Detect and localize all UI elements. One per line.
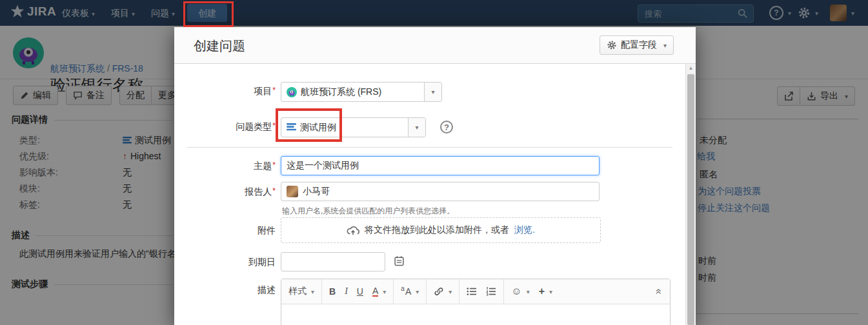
editor-font-size-button[interactable]: aA ▾ bbox=[396, 282, 423, 300]
editor-bold-button[interactable]: B bbox=[325, 282, 340, 300]
project-avatar-small bbox=[287, 87, 297, 97]
scrollbar-thumb[interactable] bbox=[687, 74, 694, 325]
editor-insert-more-button[interactable]: + ▾ bbox=[534, 282, 557, 300]
test-case-type-icon bbox=[287, 123, 296, 132]
project-field-label: 项目* bbox=[177, 86, 276, 97]
summary-input[interactable] bbox=[281, 156, 600, 175]
upload-cloud-icon bbox=[347, 224, 359, 237]
project-select[interactable]: 航班预订系统 (FRS) ▾ bbox=[281, 82, 442, 102]
reporter-field-label: 报告人* bbox=[177, 186, 276, 198]
chevron-down-icon: ▾ bbox=[383, 288, 386, 295]
chevron-down-icon: ▾ bbox=[416, 288, 419, 295]
dialog-title: 创建问题 bbox=[194, 37, 245, 55]
scrollbar-up-arrow[interactable]: ▲ bbox=[686, 65, 696, 71]
chevron-down-icon: ▾ bbox=[663, 42, 667, 49]
browse-files-link[interactable]: 浏览. bbox=[514, 224, 535, 236]
collapse-chevrons-icon: « bbox=[654, 289, 665, 295]
chevron-down-icon: ▾ bbox=[424, 83, 441, 101]
reporter-help-text: 输入用户名,系统会提供匹配的用户列表供您选择。 bbox=[282, 206, 454, 217]
gear-icon bbox=[607, 40, 617, 50]
editor-emoji-button[interactable]: ☺ ▾ bbox=[507, 282, 534, 300]
editor-text-color-button[interactable]: A▾ bbox=[368, 282, 390, 300]
chevron-down-icon: ▾ bbox=[311, 288, 314, 295]
editor-link-button[interactable]: ▾ bbox=[429, 282, 456, 300]
dialog-header: 创建问题 配置字段 ▾ bbox=[174, 27, 696, 64]
issue-type-field-label: 问题类型* bbox=[177, 121, 276, 133]
bullet-list-icon bbox=[467, 287, 477, 296]
attachment-field-label: 附件 bbox=[177, 225, 276, 237]
emoji-icon: ☺ bbox=[511, 286, 521, 297]
form-divider bbox=[187, 147, 672, 148]
due-date-field-label: 到期日 bbox=[177, 257, 276, 268]
chevron-down-icon: ▾ bbox=[527, 288, 530, 295]
create-issue-dialog: 创建问题 配置字段 ▾ 项目* 航班预订系统 (FRS) ▾ 问题类型* bbox=[174, 27, 696, 325]
description-editor: 样式▾ B I U A▾ aA ▾ bbox=[281, 279, 671, 325]
configure-fields-button[interactable]: 配置字段 ▾ bbox=[600, 35, 674, 55]
reporter-avatar bbox=[287, 186, 298, 197]
chevron-down-icon: ▾ bbox=[549, 288, 552, 295]
editor-italic-button[interactable]: I bbox=[340, 282, 352, 300]
summary-field-label: 主题* bbox=[177, 161, 276, 172]
numbered-list-icon bbox=[486, 287, 496, 296]
issue-type-help-icon[interactable]: ? bbox=[440, 121, 453, 133]
editor-collapse-button[interactable]: « bbox=[649, 279, 670, 304]
chevron-down-icon: ▾ bbox=[449, 288, 452, 295]
chevron-down-icon: ▾ bbox=[408, 118, 425, 137]
calendar-icon[interactable] bbox=[394, 255, 405, 266]
description-editor-area[interactable] bbox=[281, 304, 670, 325]
editor-underline-button[interactable]: U bbox=[352, 282, 368, 300]
link-icon bbox=[434, 286, 444, 297]
attachment-dropzone[interactable]: 将文件拖放到此处以添加附件，或者 浏览. bbox=[281, 217, 601, 243]
dialog-scrollbar[interactable]: ▲ bbox=[685, 64, 696, 325]
editor-style-dropdown[interactable]: 样式▾ bbox=[284, 282, 319, 300]
jira-window: JIRA 仪表板▾ 项目▾ 问题▾ 创建 ? ▾ ▾ ▾ bbox=[0, 0, 868, 325]
description-field-label: 描述 bbox=[177, 284, 276, 296]
editor-numbered-list-button[interactable] bbox=[481, 282, 501, 300]
due-date-input[interactable] bbox=[281, 252, 385, 271]
editor-toolbar: 样式▾ B I U A▾ aA ▾ bbox=[281, 279, 670, 304]
editor-bullet-list-button[interactable] bbox=[462, 282, 481, 300]
issue-type-select[interactable]: 测试用例 ▾ bbox=[281, 117, 426, 137]
reporter-input[interactable]: 小马哥 bbox=[281, 182, 600, 201]
